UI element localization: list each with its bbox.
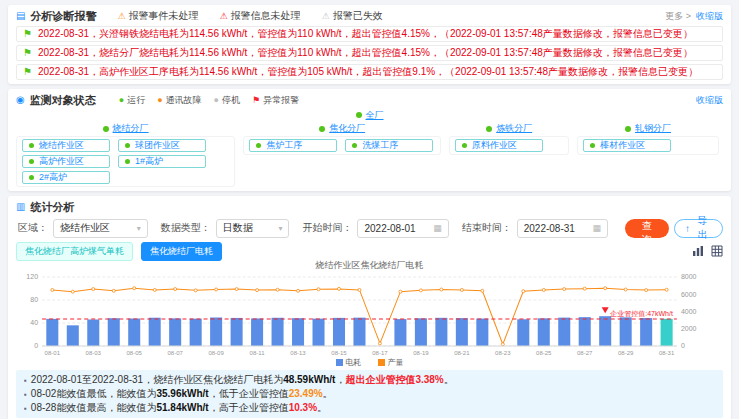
group-sintering-branch: 烧结分厂 烧结作业区 球团作业区 高炉作业区 [16, 123, 235, 187]
node-label: 原料作业区 [472, 139, 517, 152]
view-toggle [692, 245, 723, 257]
summary-value: 51.84kWh/t [156, 402, 208, 413]
alarm-row[interactable]: ⚑ 2022-08-31，高炉作业区工序电耗为114.56 kWh/t，管控值为… [16, 64, 723, 80]
summary-value: 35.96kWh/t [156, 388, 208, 399]
group-ironmaking-branch: 炼铁分厂 原料作业区 [449, 123, 569, 187]
group-children: 焦炉工序 洗煤工序 [243, 136, 441, 155]
summary-text: ， [335, 374, 345, 385]
node-label: 棒材作业区 [600, 139, 645, 152]
flag-icon: ⚑ [23, 29, 32, 39]
alarm-panel-header: ▤ 分析诊断报警 ⚠ 报警事件未处理 ⚠ 报警信息未处理 ⚠ 报警已失效 更多 … [16, 9, 723, 23]
status-dot [103, 126, 109, 132]
end-time-label: 结束时间： [462, 221, 512, 235]
node-sintering-area[interactable]: 烧结作业区 [22, 139, 110, 152]
collapse-link[interactable]: 收缩版 [696, 94, 723, 107]
node-raw-material-area[interactable]: 原料作业区 [455, 139, 543, 152]
running-dot-icon: ● [119, 96, 124, 105]
group-label-rolling[interactable]: 轧钢分厂 [577, 123, 718, 134]
group-label-coking[interactable]: 焦化分厂 [243, 123, 441, 134]
metric-tab-gas-consumption[interactable]: 焦化烧结厂高炉煤气单耗 [16, 242, 133, 261]
node-whole-plant[interactable]: 全厂 [16, 109, 723, 121]
summary-highlight: 超出企业管控值3.38% [345, 374, 443, 385]
svg-text:08-09: 08-09 [208, 350, 224, 356]
node-blast-furnace-area[interactable]: 高炉作业区 [22, 155, 110, 168]
bar-chart-view-icon[interactable] [692, 245, 704, 257]
legend-abnormal-alarm: ⚑ 异常报警 [252, 94, 299, 107]
node-coke-oven-process[interactable]: 焦炉工序 [249, 139, 337, 152]
alarm-row[interactable]: ⚑ 2022-08-31，兴澄钢铁烧结电耗为114.56 kWh/t，管控值为1… [16, 26, 723, 42]
svg-text:40: 40 [30, 320, 38, 327]
summary-text: 。 [444, 374, 454, 385]
node-blast-furnace-1[interactable]: 1#高炉 [118, 155, 206, 168]
region-select[interactable]: 烧结作业区 ▾ [53, 219, 148, 238]
svg-text:企业管控值:47kWh/t: 企业管控值:47kWh/t [609, 310, 673, 318]
node-label: 烧结作业区 [39, 139, 84, 152]
svg-text:08-03: 08-03 [86, 350, 102, 356]
query-button[interactable]: 查 询 [625, 219, 669, 238]
legend-electricity: 电耗 [336, 357, 362, 368]
collapse-link[interactable]: 收缩版 [696, 10, 723, 23]
tab-alarm-expired[interactable]: ⚠ 报警已失效 [322, 9, 383, 23]
summary-text: 08-02能效值最低，能效值为 [31, 388, 157, 399]
datatype-select[interactable]: 日数据 ▾ [216, 219, 290, 238]
svg-text:08-07: 08-07 [167, 350, 183, 356]
node-blast-furnace-2[interactable]: 2#高炉 [22, 171, 110, 184]
start-date-input[interactable]: 2022-08-01 ▦ [357, 219, 448, 238]
status-dot [352, 143, 357, 148]
status-dot [256, 143, 261, 148]
node-bar-mill-area[interactable]: 棒材作业区 [583, 139, 671, 152]
summary-text: 2022-08-01至2022-08-31，烧结作业区焦化烧结厂电耗为 [31, 374, 283, 385]
alarm-message: 2022-08-31，烧结分厂烧结电耗为114.56 kWh/t，管控值为110… [38, 46, 693, 60]
monitor-panel-title: 监测对象状态 [30, 93, 96, 108]
monitor-panel-icon: ◉ [16, 95, 25, 105]
summary-text: 08-28能效值最高，能效值为 [31, 402, 157, 413]
svg-text:08-29: 08-29 [618, 350, 634, 356]
table-view-icon[interactable] [711, 245, 723, 257]
tab-label: 报警已失效 [333, 9, 383, 23]
status-dot [319, 126, 325, 132]
svg-text:0: 0 [681, 343, 685, 350]
node-label: 焦炉工序 [266, 139, 302, 152]
svg-text:08-01: 08-01 [45, 350, 61, 356]
group-children: 烧结作业区 球团作业区 高炉作业区 1#高炉 [16, 136, 235, 187]
alarm-panel-icon: ▤ [16, 11, 25, 21]
svg-text:08-11: 08-11 [250, 350, 266, 356]
chevron-down-icon: ▾ [278, 224, 282, 233]
group-label: 炼铁分厂 [496, 122, 532, 135]
group-label-ironmaking[interactable]: 炼铁分厂 [449, 123, 569, 134]
warning-icon: ⚠ [117, 12, 125, 21]
legend-label: 停机 [222, 94, 240, 107]
svg-text:08-17: 08-17 [372, 350, 388, 356]
end-date-input[interactable]: 2022-08-31 ▦ [517, 219, 608, 238]
legend-swatch [378, 359, 385, 366]
node-coal-washing-process[interactable]: 洗煤工序 [345, 139, 433, 152]
summary-line: ▪2022-08-01至2022-08-31，烧结作业区焦化烧结厂电耗为48.5… [24, 373, 715, 387]
bullet-icon: ▪ [24, 376, 27, 385]
region-label: 区域： [18, 221, 48, 235]
energy-dashboard: ▤ 分析诊断报警 ⚠ 报警事件未处理 ⚠ 报警信息未处理 ⚠ 报警已失效 更多 … [0, 0, 739, 419]
group-label-sintering[interactable]: 烧结分厂 [16, 123, 235, 134]
group-coking-branch: 焦化分厂 焦炉工序 洗煤工序 [243, 123, 441, 187]
svg-text:8000: 8000 [681, 274, 697, 281]
tab-alarm-events-pending[interactable]: ⚠ 报警事件未处理 [117, 9, 198, 23]
status-dot [462, 143, 467, 148]
more-link[interactable]: 更多 > [665, 10, 691, 23]
flag-icon: ⚑ [23, 67, 32, 77]
status-dot [29, 175, 34, 180]
summary-value: 48.59kWh/t [283, 374, 335, 385]
tab-alarm-info-pending[interactable]: ⚠ 报警信息未处理 [220, 9, 301, 23]
group-children: 棒材作业区 [577, 136, 718, 155]
alarm-row[interactable]: ⚑ 2022-08-31，烧结分厂烧结电耗为114.56 kWh/t，管控值为1… [16, 45, 723, 61]
metric-tab-electricity-consumption[interactable]: 焦化烧结厂电耗 [141, 242, 222, 261]
comm-fault-dot-icon: ● [157, 96, 162, 105]
datatype-label: 数据类型： [161, 221, 211, 235]
status-dot [590, 143, 595, 148]
export-button[interactable]: ↑ 导 出 [674, 219, 723, 238]
node-pellet-area[interactable]: 球团作业区 [118, 139, 206, 152]
summary-text: 。 [317, 402, 327, 413]
filter-bar: 区域： 烧结作业区 ▾ 数据类型： 日数据 ▾ 开始时间： 2022-08-01… [16, 218, 723, 238]
status-dot [29, 159, 34, 164]
svg-text:08-27: 08-27 [577, 350, 593, 356]
alarm-message: 2022-08-31，高炉作业区工序电耗为114.56 kWh/t，管控值为10… [38, 65, 698, 79]
svg-text:08-13: 08-13 [290, 350, 306, 356]
